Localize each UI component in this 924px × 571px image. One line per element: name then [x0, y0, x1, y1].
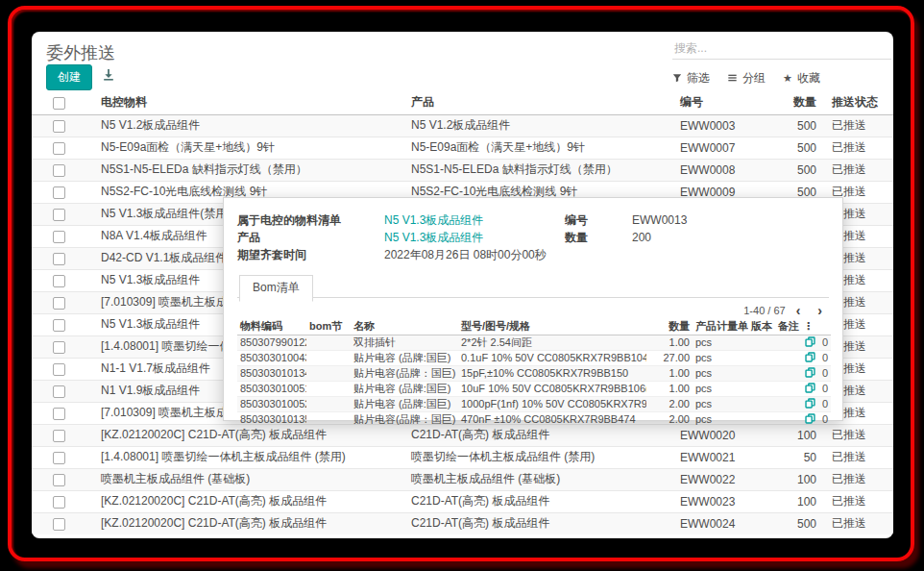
- bom-cell-version: [748, 335, 775, 350]
- table-row[interactable]: 喷墨机主板成品组件 (基础板) 喷墨机主板成品组件 (基础板) EWW0022 …: [32, 468, 893, 490]
- row-checkbox[interactable]: [53, 385, 65, 398]
- copy-icon[interactable]: [805, 398, 815, 410]
- row-checkbox[interactable]: [53, 518, 65, 531]
- col-qty[interactable]: 数量: [778, 91, 824, 114]
- row-checkbox[interactable]: [53, 341, 65, 354]
- col-material[interactable]: 电控物料: [93, 91, 403, 114]
- cell-qty: 500: [778, 159, 824, 181]
- bom-col-code[interactable]: 物料编码: [237, 319, 306, 335]
- attachment-count: 0: [822, 413, 828, 425]
- bom-cell-qty: 2.00: [646, 396, 693, 411]
- bom-cell-unit: pcs: [693, 365, 748, 381]
- row-checkbox[interactable]: [53, 408, 65, 420]
- bom-list-link[interactable]: N5 V1.3板成品组件: [384, 213, 483, 227]
- bom-col-qty[interactable]: 数量: [646, 319, 693, 335]
- pager-prev-icon[interactable]: ‹: [790, 304, 808, 317]
- app-window: 委外推送 创建 筛选: [32, 32, 893, 538]
- copy-icon[interactable]: [805, 367, 815, 380]
- row-checkbox[interactable]: [53, 452, 65, 464]
- cell-material: [KZ.02120020C] C21D-AT(高亮) 板成品组件: [93, 512, 403, 534]
- bom-cell-name: 贴片电容(品牌：国巨): [351, 365, 458, 381]
- bom-col-version[interactable]: 版本: [748, 319, 775, 335]
- bom-col-node[interactable]: bom节: [306, 319, 351, 335]
- table-row[interactable]: [KZ.02120020C] C21D-AT(高亮) 板成品组件 C21D-AT…: [32, 424, 893, 446]
- row-checkbox[interactable]: [53, 164, 65, 177]
- cell-status: 已推送: [824, 424, 893, 446]
- bom-cell-node: [306, 381, 351, 396]
- row-checkbox[interactable]: [53, 319, 65, 332]
- col-status[interactable]: 推送状态: [824, 91, 893, 114]
- bom-col-unit[interactable]: 产品计量单位: [693, 319, 748, 335]
- bom-col-name[interactable]: 名称: [351, 319, 458, 335]
- product-link[interactable]: N5 V1.3板成品组件: [384, 231, 483, 244]
- row-checkbox[interactable]: [53, 120, 65, 133]
- bom-cell-note: [775, 350, 800, 365]
- bom-cell-qty: 1.00: [646, 335, 693, 350]
- search-input[interactable]: [672, 37, 891, 59]
- field-code-label: 编号: [565, 211, 632, 229]
- tab-bom-list[interactable]: Bom清单: [239, 275, 313, 302]
- row-checkbox[interactable]: [53, 253, 65, 265]
- table-row[interactable]: N5-E09a面检（满天星+地线）9针 N5-E09a面检（满天星+地线）9针 …: [32, 137, 893, 159]
- row-checkbox[interactable]: [53, 209, 65, 221]
- bom-row[interactable]: 850303010135 贴片电容(品牌：国巨) 470nF ±10% CC08…: [237, 411, 831, 427]
- table-row[interactable]: [KZ.02120020C] C21D-AT(高亮) 板成品组件 C21D-AT…: [32, 490, 893, 512]
- bom-cell-spec: 0.1uF 10% 50V CC0805KRX7R9BB104(0805): [458, 350, 646, 365]
- cell-status: 已推送: [824, 468, 893, 490]
- bom-cell-spec: 2*2针 2.54间距: [458, 335, 646, 350]
- pager-next-icon[interactable]: ›: [811, 304, 829, 317]
- table-row[interactable]: [KZ.02120020C] C21D-AT(高亮) 板成品组件 C21D-AT…: [32, 512, 893, 534]
- row-checkbox[interactable]: [53, 297, 65, 310]
- bom-cell-version: [748, 365, 775, 381]
- attachment-count: 0: [822, 352, 828, 363]
- cell-status: 已推送: [824, 446, 893, 468]
- row-checkbox[interactable]: [53, 430, 65, 442]
- bom-row[interactable]: 850303010052 贴片电容 (品牌:国巨) 1000pF(1nf) 10…: [237, 396, 831, 411]
- groupby-label: 分组: [742, 70, 766, 87]
- bom-cell-code: 850303010051: [237, 381, 306, 396]
- row-checkbox[interactable]: [53, 496, 65, 509]
- cell-material: [1.4.08001] 喷墨切绘一体机主板成品组件 (禁用): [93, 446, 403, 468]
- cell-code: EWW0007: [672, 137, 778, 159]
- cell-code: EWW0023: [672, 490, 778, 512]
- optional-columns-icon[interactable]: ⋮: [800, 319, 831, 335]
- bom-cell-node: [306, 396, 351, 411]
- copy-icon[interactable]: [805, 383, 815, 395]
- bom-cell-qty: 1.00: [646, 381, 693, 396]
- col-code[interactable]: 编号: [672, 91, 778, 114]
- cell-status: 已推送: [824, 490, 893, 512]
- bom-col-spec[interactable]: 型号/图号/规格: [458, 319, 646, 335]
- bom-detail-popup: 属于电控的物料清单 N5 V1.3板成品组件 编号 EWW0013 产品 N5 …: [223, 197, 843, 421]
- row-checkbox[interactable]: [53, 186, 65, 199]
- col-product[interactable]: 产品: [403, 91, 672, 114]
- favorites-menu[interactable]: ★ 收藏: [783, 70, 820, 87]
- bom-col-note[interactable]: 备注: [775, 319, 800, 335]
- bom-row[interactable]: 850303010051 贴片电容 (品牌:国巨) 10uF 10% 50V C…: [237, 381, 831, 396]
- bom-cell-name: 贴片电容 (品牌:国巨): [351, 350, 458, 365]
- create-button[interactable]: 创建: [46, 64, 92, 90]
- bom-header-row: 物料编码 bom节 名称 型号/图号/规格 数量 产品计量单位 版本 备注 ⋮: [237, 319, 831, 335]
- table-row[interactable]: N5 V1.2板成品组件 N5 V1.2板成品组件 EWW0003 500 已推…: [32, 114, 893, 137]
- row-checkbox[interactable]: [53, 363, 65, 376]
- copy-icon[interactable]: [805, 413, 815, 426]
- bom-row[interactable]: 850307990122 双排插针 2*2针 2.54间距 1.00 pcs: [237, 335, 831, 350]
- row-checkbox[interactable]: [53, 275, 65, 287]
- copy-icon[interactable]: [805, 352, 815, 364]
- bom-cell-spec: 1000pF(1nf) 10% 50V CC0805KRX7R9BB102(08…: [458, 396, 646, 411]
- bom-row[interactable]: 850303010134 贴片电容(品牌：国巨) 15pF,±10% CC080…: [237, 365, 831, 381]
- copy-icon[interactable]: [805, 336, 815, 349]
- bom-cell-unit: pcs: [693, 350, 748, 365]
- bom-cell-note: [775, 411, 800, 427]
- row-checkbox[interactable]: [53, 474, 65, 486]
- filter-menu[interactable]: 筛选: [672, 70, 710, 87]
- select-all-checkbox[interactable]: [53, 97, 65, 110]
- download-icon[interactable]: [102, 68, 115, 86]
- table-row[interactable]: [1.4.08001] 喷墨切绘一体机主板成品组件 (禁用) 喷墨切绘一体机主板…: [32, 446, 893, 468]
- row-checkbox[interactable]: [53, 231, 65, 243]
- table-row[interactable]: N5S1-N5-ELEDa 缺料指示灯线（禁用） N5S1-N5-ELEDa 缺…: [32, 159, 893, 181]
- cell-code: EWW0020: [672, 424, 778, 446]
- row-checkbox[interactable]: [53, 142, 65, 155]
- screenshot-stage: 委外推送 创建 筛选: [0, 0, 924, 571]
- bom-row[interactable]: 850303010043 贴片电容 (品牌:国巨) 0.1uF 10% 50V …: [237, 350, 831, 365]
- groupby-menu[interactable]: 分组: [727, 70, 766, 87]
